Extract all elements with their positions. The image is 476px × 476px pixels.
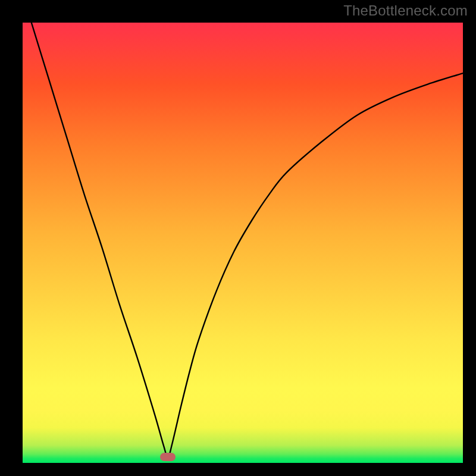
curve-svg — [23, 23, 463, 463]
plot-area — [23, 23, 463, 463]
chart-frame: TheBottleneck.com — [0, 0, 476, 476]
bottleneck-marker — [160, 453, 176, 461]
watermark-text: TheBottleneck.com — [343, 2, 468, 19]
bottleneck-curve — [32, 23, 463, 457]
